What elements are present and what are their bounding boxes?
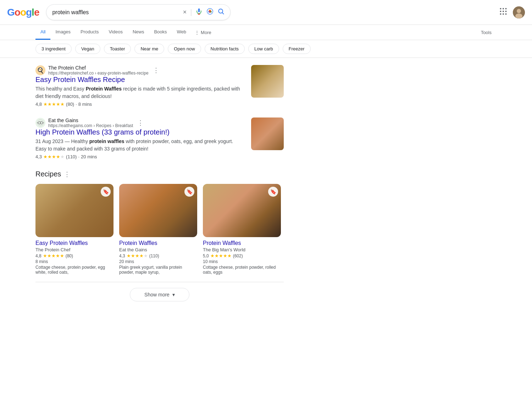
tab-web[interactable]: Web: [172, 25, 192, 40]
filter-low-carb[interactable]: Low carb: [248, 44, 279, 54]
result-time-1: 8 mins: [78, 102, 92, 107]
result-stars-2: ★★★★★: [43, 154, 65, 159]
voice-search-icon[interactable]: [195, 8, 203, 17]
tools-button[interactable]: Tools: [476, 26, 497, 39]
user-avatar[interactable]: [513, 6, 525, 18]
logo-letter-g: G: [7, 7, 15, 18]
svg-rect-0: [198, 9, 200, 12]
result-dot-2: ·: [78, 154, 79, 159]
result-image-2[interactable]: [251, 117, 284, 150]
result-url-2: https://eatthegains.com › Recipes › Brea…: [48, 123, 133, 128]
recipe-stars-2: ★★★★★: [127, 253, 148, 258]
result-site-name-1: The Protein Chef: [48, 65, 149, 71]
recipe-image-3: 🔖: [203, 184, 281, 237]
clear-icon[interactable]: ×: [183, 9, 187, 16]
recipe-source-2: Eat the Gains: [119, 247, 197, 252]
svg-point-5: [208, 11, 210, 13]
filter-freezer[interactable]: Freezer: [283, 44, 311, 54]
recipe-ingredients-2: Plain greek yogurt, vanilla protein powd…: [119, 265, 197, 275]
more-dropdown[interactable]: ⋮ More: [191, 26, 215, 39]
filter-toaster[interactable]: Toaster: [104, 44, 131, 54]
tab-images[interactable]: Images: [50, 25, 76, 40]
result-menu-1[interactable]: ⋮: [153, 66, 159, 74]
recipe-image-1: 🔖: [35, 184, 113, 237]
search-input[interactable]: [52, 9, 179, 16]
logo-letter-o2: o: [20, 7, 26, 18]
recipe-ingredients-3: Cottage cheese, protein powder, rolled o…: [203, 265, 281, 275]
tab-products[interactable]: Products: [76, 25, 104, 40]
search-result-1: 🍳 The Protein Chef https://theproteinche…: [35, 65, 284, 107]
more-text: More: [201, 30, 211, 35]
logo-letter-o1: o: [15, 7, 20, 18]
svg-point-13: [505, 11, 507, 12]
svg-point-16: [505, 13, 507, 15]
svg-point-4: [211, 11, 212, 13]
recipe-ingredients-1: Cottage cheese, protein powder, egg whit…: [35, 265, 113, 275]
result-time-2: 20 mins: [81, 154, 97, 159]
recipe-rating-value-3: 5,0: [203, 253, 209, 258]
search-bar[interactable]: × |: [46, 4, 231, 20]
result-dot-1: ·: [76, 102, 77, 107]
recipe-rating-1: 4,8 ★★★★★ (80): [35, 253, 113, 258]
show-more-label: Show more: [144, 292, 170, 297]
google-lens-icon[interactable]: [206, 7, 214, 17]
more-label: ⋮: [195, 30, 199, 35]
recipe-rating-2: 4,3 ★★★★★ (110): [119, 253, 197, 258]
svg-point-14: [500, 13, 501, 15]
result-source-row-1: 🍳 The Protein Chef https://theproteinche…: [35, 65, 245, 76]
recipe-card-1[interactable]: 🔖 Easy Protein Waffles The Protein Chef …: [35, 184, 113, 275]
tab-news[interactable]: News: [128, 25, 149, 40]
result-menu-2[interactable]: ⋮: [137, 119, 144, 127]
recipe-time-1: 8 mins: [35, 259, 113, 264]
tab-books[interactable]: Books: [149, 25, 172, 40]
result-count-1: (80): [66, 102, 74, 107]
recipe-card-2[interactable]: 🔖 Protein Waffles Eat the Gains 4,3 ★★★★…: [119, 184, 197, 275]
svg-point-11: [500, 11, 501, 12]
recipe-name-3[interactable]: Protein Waffles: [203, 240, 281, 246]
recipe-stars-1: ★★★★★: [43, 253, 64, 258]
logo-letter-g2: g: [26, 7, 32, 18]
result-image-1[interactable]: [251, 65, 284, 98]
google-apps-icon[interactable]: [499, 7, 507, 17]
filter-3-ingredient[interactable]: 3 ingredient: [35, 44, 72, 54]
recipes-menu[interactable]: ⋮: [64, 170, 70, 178]
result-rating-2: 4,3: [35, 154, 42, 159]
show-more-button[interactable]: Show more ▾: [130, 288, 189, 301]
result-title-2[interactable]: High Protein Waffles (33 grams of protei…: [35, 128, 245, 136]
recipes-title: Recipes: [35, 170, 61, 178]
bookmark-button-2[interactable]: 🔖: [184, 187, 194, 197]
result-site-info-2: Eat the Gains https://eatthegains.com › …: [48, 117, 133, 128]
google-logo[interactable]: Google: [7, 7, 39, 18]
svg-point-9: [503, 8, 504, 9]
recipe-time-3: 10 mins: [203, 259, 281, 264]
result-rating-1: 4,8: [35, 102, 42, 107]
divider: |: [190, 8, 192, 16]
tab-videos[interactable]: Videos: [104, 25, 128, 40]
bookmark-button-3[interactable]: 🔖: [268, 187, 278, 197]
recipe-name-1[interactable]: Easy Protein Waffles: [35, 240, 113, 246]
filter-vegan[interactable]: Vegan: [75, 44, 100, 54]
result-source-row-2: Eat the Gains https://eatthegains.com › …: [35, 117, 245, 128]
search-submit-icon[interactable]: [217, 8, 225, 17]
recipe-card-3[interactable]: 🔖 Protein Waffles The Big Man's World 5,…: [203, 184, 281, 275]
result-site-name-2: Eat the Gains: [48, 117, 133, 123]
bookmark-button-1[interactable]: 🔖: [101, 187, 111, 197]
filter-near-me[interactable]: Near me: [134, 44, 164, 54]
result-favicon-1: 🍳: [35, 65, 45, 75]
svg-point-12: [503, 11, 504, 12]
result-snippet-2: 31 Aug 2023 — Healthy protein waffles wi…: [35, 138, 245, 153]
svg-point-8: [500, 8, 501, 9]
main-content: 🍳 The Protein Chef https://theproteinche…: [0, 58, 319, 314]
header-right: [499, 6, 525, 18]
recipe-source-1: The Protein Chef: [35, 247, 113, 252]
recipe-source-3: The Big Man's World: [203, 247, 281, 252]
filter-open-now[interactable]: Open now: [168, 44, 201, 54]
filter-bar: 3 ingredient Vegan Toaster Near me Open …: [0, 40, 532, 58]
result-title-1[interactable]: Easy Protein Waffles Recipe: [35, 76, 245, 84]
result-content-2: Eat the Gains https://eatthegains.com › …: [35, 117, 245, 159]
tab-all[interactable]: All: [35, 25, 50, 40]
recipe-name-2[interactable]: Protein Waffles: [119, 240, 197, 246]
svg-line-7: [222, 13, 224, 14]
filter-nutrition-facts[interactable]: Nutrition facts: [205, 44, 245, 54]
svg-point-10: [505, 8, 507, 9]
